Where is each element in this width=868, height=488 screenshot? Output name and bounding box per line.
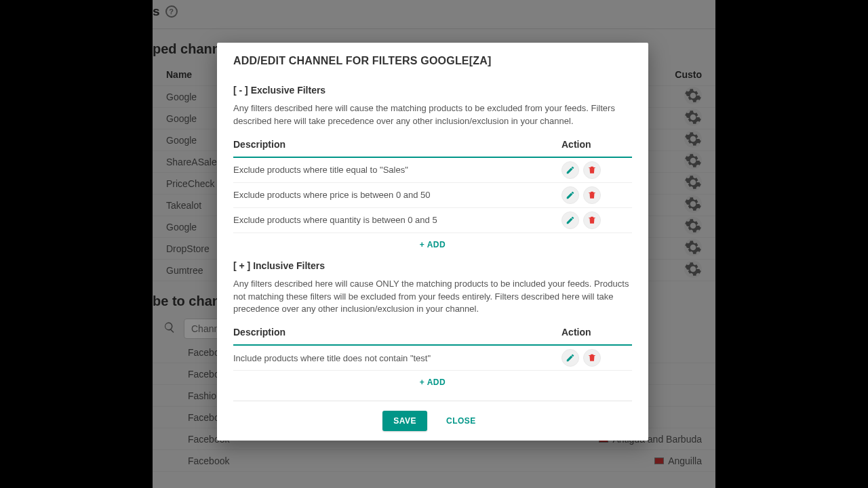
exclusive-filters-section: [ - ] Exclusive Filters Any filters desc… xyxy=(233,85,632,260)
modal-title: ADD/EDIT CHANNEL FOR FILTERS GOOGLE[ZA] xyxy=(233,55,632,67)
delete-button[interactable] xyxy=(583,211,601,229)
col-description-header: Description xyxy=(233,327,561,338)
modal-footer: SAVE CLOSE xyxy=(233,401,632,431)
filter-description: Include products where title does not co… xyxy=(233,353,561,363)
filter-row: Exclude products where quantity is betwe… xyxy=(233,208,632,233)
inclusive-header[interactable]: [ + ] Inclusive Filters xyxy=(233,260,632,271)
filter-description: Exclude products where title equal to "S… xyxy=(233,165,561,175)
filter-row: Exclude products where price is between … xyxy=(233,183,632,208)
inclusive-filters-section: [ + ] Inclusive Filters Any filters desc… xyxy=(233,260,632,399)
col-action-header: Action xyxy=(561,327,632,338)
exclusive-header[interactable]: [ - ] Exclusive Filters xyxy=(233,85,632,96)
col-action-header: Action xyxy=(561,139,632,150)
inclusive-table-header: Description Action xyxy=(233,327,632,346)
filter-row: Exclude products where title equal to "S… xyxy=(233,158,632,183)
delete-button[interactable] xyxy=(583,349,601,367)
add-inclusive-filter-button[interactable]: + ADD xyxy=(233,371,632,398)
filter-description: Exclude products where quantity is betwe… xyxy=(233,215,561,225)
col-description-header: Description xyxy=(233,139,561,150)
edit-button[interactable] xyxy=(561,161,579,179)
edit-button[interactable] xyxy=(561,211,579,229)
close-button[interactable]: CLOSE xyxy=(439,411,483,431)
filter-description: Exclude products where price is between … xyxy=(233,190,561,200)
add-exclusive-filter-button[interactable]: + ADD xyxy=(233,233,632,260)
delete-button[interactable] xyxy=(583,161,601,179)
save-button[interactable]: SAVE xyxy=(382,411,427,431)
inclusive-description: Any filters described here will cause ON… xyxy=(233,278,632,317)
exclusive-table-header: Description Action xyxy=(233,139,632,158)
filter-row: Include products where title does not co… xyxy=(233,346,632,371)
edit-button[interactable] xyxy=(561,349,579,367)
filters-modal: ADD/EDIT CHANNEL FOR FILTERS GOOGLE[ZA] … xyxy=(217,43,648,441)
exclusive-description: Any filters described here will cause th… xyxy=(233,102,632,128)
edit-button[interactable] xyxy=(561,186,579,204)
delete-button[interactable] xyxy=(583,186,601,204)
